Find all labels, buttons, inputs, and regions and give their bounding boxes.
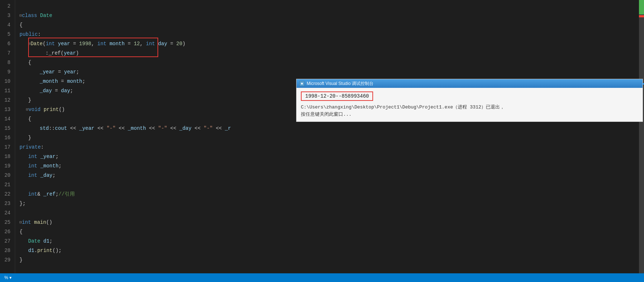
zoom-level[interactable]: % ▾ [4,275,12,280]
code-lines: ⊟class Date { public: ⊟Date(int year = 1… [15,0,639,273]
code-line-5: public: [20,30,639,39]
code-editor: 2 3 4 5 6 7 8 9 10 11 12 13 14 15 16 17 … [0,0,644,273]
collapse-icon-13: ⊟ [26,105,29,114]
code-line-24 [20,208,639,218]
debug-output-value: 1998-12-20--858993460 [305,93,369,99]
code-line-9: _year = year; [20,67,639,77]
code-line-28: d1.print(); [20,246,639,255]
code-line-21 [20,180,639,189]
debug-output-primary: 1998-12-20--858993460 [301,91,373,101]
code-line-19: int _month; [20,161,639,171]
debug-console-title: Microsoft Visual Studio 调试控制台 [307,81,373,87]
code-line-22: int& _ref;//引用 [20,189,639,199]
code-line-7: :_ref(year) [20,48,639,58]
line-numbers: 2 3 4 5 6 7 8 9 10 11 12 13 14 15 16 17 … [0,0,15,273]
collapse-icon-6: ⊟ [28,39,31,48]
scrollbar-thumb-green [639,0,644,14]
code-line-6: ⊟Date(int year = 1998, int month = 12, i… [20,39,639,48]
code-line-26: { [20,227,639,236]
code-line-17: private: [20,142,639,152]
debug-path-line: C:\Users\zhangxing\Desktop\Project1\Debu… [301,104,638,111]
scrollbar[interactable] [639,0,644,273]
code-line-15: std::cout << _year << "-" << _month << "… [20,124,639,133]
code-line-25: ⊟int main() [20,218,639,227]
code-line-27: Date d1; [20,236,639,246]
code-line-4: { [20,20,639,30]
collapse-icon-25: ⊟ [20,218,22,227]
code-line-8: { [20,58,639,67]
debug-console-titlebar: ■ Microsoft Visual Studio 调试控制台 [297,79,643,88]
code-line-16: } [20,133,639,142]
debug-console-body: 1998-12-20--858993460 C:\Users\zhangxing… [297,88,643,121]
code-line-3: ⊟class Date [20,11,639,20]
debug-close-prompt: 按任意键关闭此窗口... [301,111,638,118]
debug-console: ■ Microsoft Visual Studio 调试控制台 1998-12-… [296,79,643,122]
code-line-18: int _year; [20,152,639,161]
code-line-29: } [20,255,639,265]
debug-console-icon: ■ [299,81,304,86]
collapse-icon-3: ⊟ [20,11,22,20]
code-line-20: int _day; [20,171,639,180]
status-bar: % ▾ [0,273,644,282]
code-line-23: }; [20,199,639,208]
code-line-2 [20,1,639,11]
